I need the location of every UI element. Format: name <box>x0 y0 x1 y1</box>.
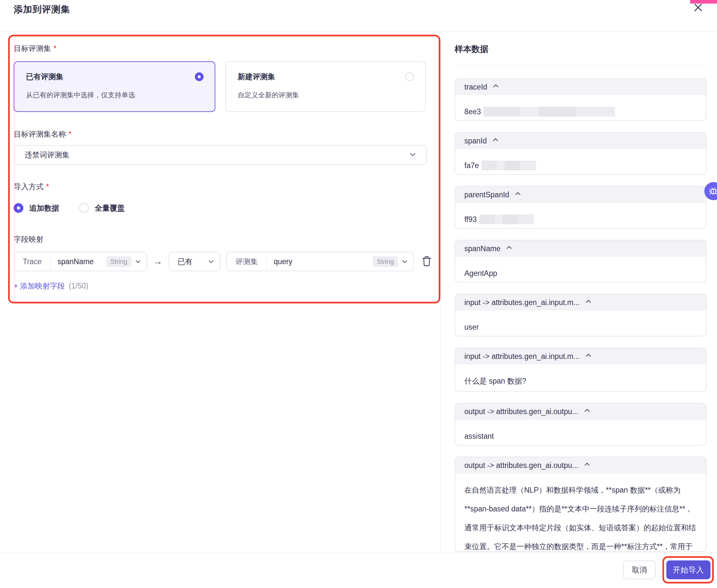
radio-option-append[interactable]: 追加数据 <box>29 203 59 213</box>
radio-option-overwrite[interactable]: 全量覆盖 <box>95 203 125 213</box>
target-set-name-label-text: 目标评测集名称 <box>14 130 66 138</box>
target-prefix: 评测集 <box>227 252 267 271</box>
mapping-arrow-icon: → <box>147 256 168 267</box>
sample-card: parentSpanId ff93 <box>455 186 706 229</box>
sample-card-key: output -> attributes.gen_ai.outpu... <box>464 407 578 416</box>
header-divider <box>0 31 717 32</box>
chevron-down-icon <box>409 151 417 160</box>
source-type-badge: String <box>106 256 131 267</box>
radio-unselected-icon[interactable] <box>405 72 414 81</box>
chevron-up-icon <box>583 461 591 470</box>
mapping-count: (1/50) <box>69 282 88 290</box>
sample-card-key: output -> attributes.gen_ai.outpu... <box>464 461 578 470</box>
option-card-desc: 自定义全新的评测集 <box>238 90 299 100</box>
source-prefix: Trace <box>14 252 50 271</box>
sample-card-key: parentSpanId <box>464 190 509 199</box>
target-type-badge: String <box>373 256 398 267</box>
sample-card-value: AgentApp <box>455 257 706 282</box>
add-mapping-row: + 添加映射字段 (1/50) <box>14 281 88 291</box>
target-category-value: 已有 <box>169 257 199 267</box>
chevron-up-icon <box>585 352 592 361</box>
sample-card-header[interactable]: traceId <box>455 79 706 95</box>
sample-card-header[interactable]: output -> attributes.gen_ai.outpu... <box>455 403 706 420</box>
chevron-up-icon <box>514 190 521 199</box>
target-set-name-select[interactable]: 违禁词评测集 <box>14 145 427 165</box>
sample-card-value: ff93 <box>455 203 706 229</box>
sample-card-key: input -> attributes.gen_ai.input.m... <box>464 352 580 361</box>
required-asterisk: * <box>54 44 57 52</box>
sample-data-divider <box>455 65 706 66</box>
add-mapping-field-link[interactable]: + 添加映射字段 <box>14 281 65 291</box>
footer-divider <box>0 552 717 552</box>
sample-card-key: traceId <box>464 83 487 91</box>
sample-card-value: 在自然语言处理（NLP）和数据科学领域，**span 数据**（或称为 **sp… <box>455 474 706 552</box>
chevron-down-icon <box>401 258 408 265</box>
option-card-new-set[interactable]: 新建评测集 自定义全新的评测集 <box>225 61 426 112</box>
redacted-value-blur <box>484 107 615 117</box>
sample-card-header[interactable]: input -> attributes.gen_ai.input.m... <box>455 294 706 311</box>
sample-card-header[interactable]: input -> attributes.gen_ai.input.m... <box>455 348 706 364</box>
source-field-value: spanName <box>50 257 99 266</box>
import-mode-label: 导入方式* <box>14 182 49 192</box>
redacted-value-blur <box>482 161 536 170</box>
sample-card-value: 8ee3 <box>455 95 706 121</box>
cancel-button[interactable]: 取消 <box>623 561 656 579</box>
sample-card-header[interactable]: spanName <box>455 240 706 257</box>
option-card-existing-set[interactable]: 已有评测集 从已有的评测集中选择，仅支持单选 <box>14 61 215 112</box>
sample-card-header[interactable]: parentSpanId <box>455 187 706 203</box>
pink-annotation-tag <box>690 0 717 4</box>
redacted-value-blur <box>479 214 534 224</box>
sample-card-header[interactable]: spanId <box>455 133 706 149</box>
sample-card: output -> attributes.gen_ai.outpu... ass… <box>455 403 706 445</box>
sample-card-value: assistant <box>455 420 706 445</box>
sample-card-value: fa7e <box>455 149 706 175</box>
chevron-up-icon <box>492 136 499 145</box>
import-mode-radio-group: 追加数据 全量覆盖 <box>14 203 139 213</box>
target-category-select[interactable]: 已有 <box>168 252 220 271</box>
sample-card-header[interactable]: output -> attributes.gen_ai.outpu... <box>455 457 706 474</box>
radio-unselected-icon[interactable] <box>79 203 89 213</box>
chevron-down-icon <box>208 258 214 265</box>
option-card-title: 已有评测集 <box>26 72 63 82</box>
chevron-up-icon <box>492 82 499 91</box>
page-title: 添加到评测集 <box>14 3 70 16</box>
field-mapping-row: Trace spanName String → 已有 评测集 query Str… <box>14 252 432 271</box>
sample-card: traceId 8ee3 <box>455 78 706 121</box>
radio-selected-icon[interactable] <box>195 72 204 81</box>
required-asterisk: * <box>46 182 49 191</box>
option-card-title: 新建评测集 <box>238 72 275 82</box>
option-card-desc: 从已有的评测集中选择，仅支持单选 <box>26 90 135 100</box>
delete-mapping-button[interactable] <box>421 255 432 268</box>
radio-selected-icon[interactable] <box>14 203 23 213</box>
sample-card-list: traceId 8ee3 spanId fa7e parentSpanId ff… <box>455 78 706 552</box>
trash-icon <box>422 256 432 268</box>
start-import-button[interactable]: 开始导入 <box>666 561 711 579</box>
chevron-down-icon <box>135 258 141 265</box>
target-set-label-text: 目标评测集 <box>14 44 51 52</box>
required-asterisk: * <box>68 130 71 138</box>
select-value: 违禁词评测集 <box>25 150 409 160</box>
chevron-up-icon <box>583 407 591 416</box>
sample-card-key: spanName <box>464 244 500 253</box>
sample-card: spanId fa7e <box>455 132 706 175</box>
sample-card-key: spanId <box>464 136 487 145</box>
sample-card-key: input -> attributes.gen_ai.input.m... <box>464 298 580 307</box>
source-field-select[interactable]: Trace spanName String <box>14 252 147 271</box>
target-field-value: query <box>267 257 299 266</box>
import-mode-label-text: 导入方式 <box>14 182 43 191</box>
target-set-label: 目标评测集* <box>14 43 57 54</box>
close-icon <box>693 2 703 14</box>
sample-card: input -> attributes.gen_ai.input.m... 什么… <box>455 348 706 392</box>
sample-card: output -> attributes.gen_ai.outpu... 在自然… <box>455 457 706 552</box>
chevron-up-icon <box>585 298 592 307</box>
sample-card-value: user <box>455 311 706 337</box>
sample-card: spanName AgentApp <box>455 240 706 282</box>
field-mapping-label: 字段映射 <box>14 234 43 244</box>
chevron-up-icon <box>506 244 513 253</box>
target-set-name-label: 目标评测集名称* <box>14 129 71 139</box>
bug-icon <box>708 186 717 197</box>
sample-data-title: 样本数据 <box>455 43 488 55</box>
sample-card: input -> attributes.gen_ai.input.m... us… <box>455 294 706 337</box>
target-field-select[interactable]: 评测集 query String <box>226 252 414 271</box>
sample-card-value: 什么是 span 数据? <box>455 364 706 391</box>
